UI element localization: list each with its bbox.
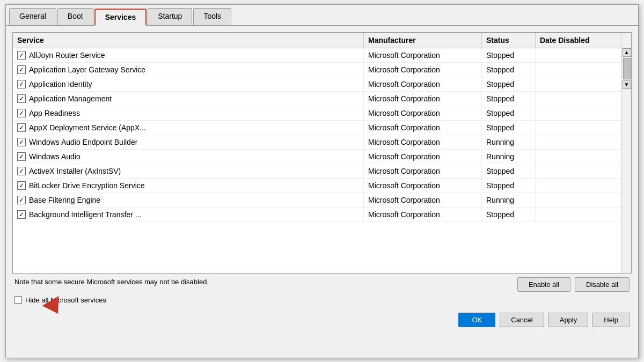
service-cell: ActiveX Installer (AxInstSV): [13, 164, 364, 178]
service-cell: Application Management: [13, 92, 364, 106]
date-disabled-cell: [536, 106, 621, 120]
date-disabled-cell: [536, 77, 621, 91]
table-row[interactable]: Background Intelligent Transfer ...Micro…: [13, 208, 621, 222]
service-checkbox[interactable]: [17, 138, 26, 146]
services-table-container: Service Manufacturer Status Date Disable…: [12, 32, 632, 274]
hide-ms-label: Hide all Microsoft services: [25, 296, 106, 304]
date-disabled-cell: [536, 164, 621, 178]
table-row[interactable]: Windows AudioMicrosoft CorporationRunnin…: [13, 150, 621, 164]
status-cell: Stopped: [482, 179, 536, 193]
manufacturer-cell: Microsoft Corporation: [364, 48, 482, 62]
table-row[interactable]: Base Filtering EngineMicrosoft Corporati…: [13, 193, 621, 208]
tab-services[interactable]: Services: [94, 9, 147, 26]
manufacturer-cell: Microsoft Corporation: [364, 150, 482, 164]
system-configuration-window: General Boot Services Startup Tools Serv…: [5, 4, 639, 358]
col-manufacturer: Manufacturer: [364, 33, 482, 48]
tab-bar: General Boot Services Startup Tools: [6, 5, 638, 26]
service-checkbox[interactable]: [17, 167, 26, 175]
service-cell: Application Identity: [13, 77, 364, 91]
status-cell: Stopped: [482, 121, 536, 135]
cancel-button[interactable]: Cancel: [500, 313, 544, 327]
disable-all-button[interactable]: Disable all: [575, 277, 630, 292]
tab-startup[interactable]: Startup: [148, 8, 192, 25]
table-row[interactable]: Application IdentityMicrosoft Corporatio…: [13, 77, 621, 92]
status-cell: Stopped: [482, 92, 536, 106]
ok-button[interactable]: OK: [458, 313, 495, 327]
status-cell: Stopped: [482, 106, 536, 120]
date-disabled-cell: [536, 92, 621, 106]
service-name: ActiveX Installer (AxInstSV): [29, 167, 121, 175]
manufacturer-cell: Microsoft Corporation: [364, 63, 482, 77]
footer: Note that some secure Microsoft services…: [12, 274, 632, 308]
service-cell: Windows Audio Endpoint Builder: [13, 135, 364, 149]
manufacturer-cell: Microsoft Corporation: [364, 164, 482, 178]
col-status: Status: [482, 33, 536, 48]
service-name: BitLocker Drive Encryption Service: [29, 181, 145, 190]
col-date-disabled: Date Disabled: [536, 33, 621, 48]
date-disabled-cell: [536, 208, 621, 221]
manufacturer-cell: Microsoft Corporation: [364, 121, 482, 135]
service-checkbox[interactable]: [17, 210, 26, 219]
status-cell: Stopped: [482, 77, 536, 91]
tab-boot[interactable]: Boot: [57, 8, 93, 25]
enable-all-button[interactable]: Enable all: [517, 277, 570, 292]
apply-button[interactable]: Apply: [548, 313, 589, 327]
status-cell: Stopped: [482, 208, 536, 221]
service-name: Windows Audio: [29, 152, 80, 161]
table-row[interactable]: ActiveX Installer (AxInstSV)Microsoft Co…: [13, 164, 621, 179]
service-checkbox[interactable]: [17, 94, 26, 103]
date-disabled-cell: [536, 135, 621, 149]
service-checkbox[interactable]: [17, 65, 26, 74]
status-cell: Running: [482, 193, 536, 207]
hide-ms-container: Hide all Microsoft services: [14, 296, 630, 304]
table-row[interactable]: Windows Audio Endpoint BuilderMicrosoft …: [13, 135, 621, 150]
scroll-thumb[interactable]: [623, 58, 631, 79]
service-cell: BitLocker Drive Encryption Service: [13, 179, 364, 193]
date-disabled-cell: [536, 193, 621, 207]
tab-general[interactable]: General: [9, 8, 56, 25]
table-row[interactable]: App ReadinessMicrosoft CorporationStoppe…: [13, 106, 621, 121]
service-name: Application Layer Gateway Service: [29, 65, 145, 74]
table-row[interactable]: AppX Deployment Service (AppX...Microsof…: [13, 121, 621, 135]
tab-tools[interactable]: Tools: [193, 8, 231, 25]
service-name: Base Filtering Engine: [29, 196, 100, 204]
service-cell: Base Filtering Engine: [13, 193, 364, 207]
bottom-buttons: OK Cancel Apply Help: [12, 308, 632, 329]
manufacturer-cell: Microsoft Corporation: [364, 179, 482, 193]
table-body[interactable]: AllJoyn Router ServiceMicrosoft Corporat…: [13, 48, 621, 273]
service-checkbox[interactable]: [17, 80, 26, 88]
table-row[interactable]: AllJoyn Router ServiceMicrosoft Corporat…: [13, 48, 621, 63]
service-checkbox[interactable]: [17, 109, 26, 117]
table-row[interactable]: Application ManagementMicrosoft Corporat…: [13, 92, 621, 106]
service-name: AllJoyn Router Service: [29, 51, 105, 60]
manufacturer-cell: Microsoft Corporation: [364, 106, 482, 120]
service-cell: Windows Audio: [13, 150, 364, 164]
status-cell: Stopped: [482, 164, 536, 178]
date-disabled-cell: [536, 63, 621, 77]
scroll-up-button[interactable]: ▲: [623, 48, 631, 57]
table-row[interactable]: Application Layer Gateway ServiceMicroso…: [13, 63, 621, 77]
date-disabled-cell: [536, 48, 621, 62]
status-cell: Stopped: [482, 48, 536, 62]
service-checkbox[interactable]: [17, 181, 26, 190]
service-name: Application Management: [29, 94, 112, 103]
manufacturer-cell: Microsoft Corporation: [364, 208, 482, 221]
service-checkbox[interactable]: [17, 196, 26, 204]
col-service: Service: [13, 33, 364, 48]
date-disabled-cell: [536, 179, 621, 193]
status-cell: Running: [482, 135, 536, 149]
scrollbar[interactable]: ▲ ▼: [621, 48, 631, 273]
table-row[interactable]: BitLocker Drive Encryption ServiceMicros…: [13, 179, 621, 193]
hide-ms-checkbox[interactable]: [14, 296, 22, 304]
service-cell: Application Layer Gateway Service: [13, 63, 364, 77]
help-button[interactable]: Help: [592, 313, 630, 327]
services-content: Service Manufacturer Status Date Disable…: [6, 26, 638, 336]
service-name: Application Identity: [29, 80, 92, 88]
service-checkbox[interactable]: [17, 123, 26, 132]
service-checkbox[interactable]: [17, 51, 26, 60]
service-cell: AppX Deployment Service (AppX...: [13, 121, 364, 135]
scroll-down-button[interactable]: ▼: [623, 80, 631, 89]
service-checkbox[interactable]: [17, 152, 26, 161]
table-body-area: AllJoyn Router ServiceMicrosoft Corporat…: [13, 48, 631, 273]
table-header: Service Manufacturer Status Date Disable…: [13, 33, 631, 48]
